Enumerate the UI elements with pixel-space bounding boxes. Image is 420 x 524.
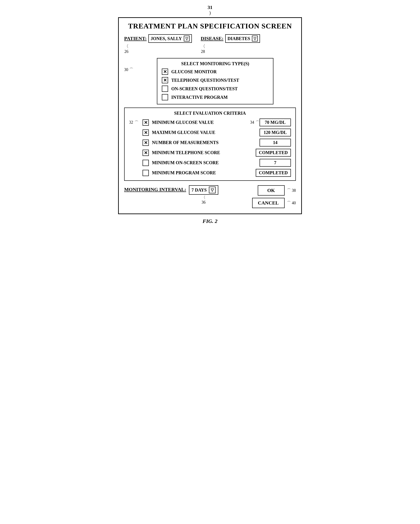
disease-dropdown[interactable]: DIABETES ▽ — [225, 34, 260, 43]
eval-checkbox-5[interactable] — [143, 170, 149, 176]
disease-label: DISEASE: — [201, 36, 223, 42]
patient-dropdown[interactable]: JONES, SALLY ▽ — [148, 34, 192, 43]
interval-value: 7 DAYS — [192, 188, 207, 193]
monitoring-section: 30 ⌒ SELECT MONITORING TYPE(S) GLUCOSE M… — [124, 58, 296, 105]
patient-group: PATIENT: JONES, SALLY ▽ — [124, 34, 192, 43]
monitoring-item-3: INTERACTIVE PROGRAM — [162, 94, 268, 100]
interval-ref-below: 〈 36 — [201, 195, 206, 205]
monitoring-ref-tilde: ⌒ — [129, 67, 133, 72]
interval-ref-curve: 〈 — [201, 195, 206, 200]
ok-button[interactable]: OK — [258, 185, 285, 196]
eval-text-0: MINIMUM GLUCOSE VALUE — [149, 120, 250, 125]
bottom-row: MONITORING INTERVAL: 7 DAYS ▽ 〈 36 OK — [124, 185, 296, 208]
patient-disease-row: PATIENT: JONES, SALLY ▽ 〈 26 DISEASE: DI… — [124, 34, 296, 54]
eval-ref-right-0: 34 ⌒ — [250, 120, 259, 125]
patient-ref-curve: 〈 — [124, 43, 129, 49]
monitoring-label-2: ON-SCREEN QUESTIONS/TEST — [171, 86, 238, 91]
ok-cancel-area: OK ⌒ 38 CANCEL ⌒ 40 — [252, 185, 296, 208]
monitoring-label-1: TELEPHONE QUESTIONS/TEST — [171, 78, 239, 83]
monitoring-interval-group: MONITORING INTERVAL: 7 DAYS ▽ 〈 36 — [124, 185, 218, 205]
ok-row: OK ⌒ 38 — [258, 185, 296, 196]
interval-dropdown: 7 DAYS ▽ 〈 36 — [189, 185, 219, 205]
eval-text-5: MINIMUM PROGRAM SCORE — [149, 170, 249, 175]
monitoring-checkbox-3[interactable] — [162, 94, 168, 100]
monitoring-interval-label: MONITORING INTERVAL: — [124, 185, 186, 192]
fig-caption: FIG. 2 — [203, 218, 218, 224]
eval-value-2: 14 — [259, 139, 291, 147]
monitoring-title: SELECT MONITORING TYPE(S) — [162, 61, 268, 66]
eval-checkbox-1[interactable] — [143, 130, 149, 136]
eval-value-5: COMPLETED — [256, 169, 291, 177]
monitoring-checkbox-1[interactable] — [162, 77, 168, 83]
eval-checkbox-0[interactable] — [143, 119, 149, 126]
eval-row-4: MINIMUM ON-SCREEN SCORE 34⌒ 7 — [129, 159, 291, 167]
eval-checkbox-4[interactable] — [143, 160, 149, 166]
interval-arrow[interactable]: ▽ — [209, 187, 216, 193]
patient-dropdown-arrow[interactable]: ▽ — [184, 36, 190, 42]
eval-ref-32: 32 — [129, 120, 133, 125]
interval-ref-number: 36 — [201, 200, 206, 205]
monitoring-ref-label: 30 ⌒ — [124, 59, 133, 72]
ok-ref: ⌒ 38 — [287, 188, 296, 193]
eval-text-2: NUMBER OF MEASUREMENTS — [149, 140, 252, 145]
ref-31-arrow: ) — [209, 10, 211, 16]
monitoring-box: SELECT MONITORING TYPE(S) GLUCOSE MONITO… — [157, 58, 273, 105]
monitoring-checkbox-0[interactable] — [162, 69, 168, 75]
cancel-button[interactable]: CANCEL — [252, 198, 285, 208]
ref-31: 31 — [207, 4, 213, 10]
monitoring-checkbox-2[interactable] — [162, 86, 168, 92]
eval-row-1: MAXIMUM GLUCOSE VALUE 34 ⌒ 120 MG/DL — [129, 129, 291, 136]
eval-value-1: 120 MG/DL — [259, 129, 291, 136]
eval-tilde-0: ⌒ — [134, 120, 139, 125]
disease-dropdown-arrow[interactable]: ▽ — [252, 36, 258, 42]
eval-text-3: MINIMUM TELEPHONE SCORE — [149, 150, 249, 155]
patient-ref-number: 26 — [124, 49, 128, 54]
monitoring-item-2: ON-SCREEN QUESTIONS/TEST — [162, 86, 268, 92]
eval-row-3: MINIMUM TELEPHONE SCORE 34⌒ COMPLETED — [129, 149, 291, 157]
eval-text-1: MAXIMUM GLUCOSE VALUE — [149, 130, 250, 135]
page-wrapper: 31 ) TREATMENT PLAN SPECIFICATION SCREEN… — [118, 4, 302, 224]
eval-section: SELECT EVALUATION CRITERIA 32 ⌒ MINIMUM … — [124, 107, 296, 181]
top-reference: 31 ) — [207, 4, 213, 16]
screen-title: TREATMENT PLAN SPECIFICATION SCREEN — [124, 22, 296, 30]
eval-value-4: 7 — [259, 159, 291, 167]
monitoring-item-0: GLUCOSE MONITOR — [162, 69, 268, 75]
main-screen-box: TREATMENT PLAN SPECIFICATION SCREEN PATI… — [118, 17, 302, 214]
monitoring-label-0: GLUCOSE MONITOR — [171, 69, 216, 74]
monitoring-ref-number: 30 — [124, 67, 128, 72]
patient-ref-below: 〈 26 — [124, 43, 129, 54]
eval-tilde-right-0: ⌒ — [256, 120, 259, 125]
eval-checkbox-2[interactable] — [143, 140, 149, 146]
disease-group: DISEASE: DIABETES ▽ — [201, 34, 260, 43]
monitoring-items-list: GLUCOSE MONITOR TELEPHONE QUESTIONS/TEST… — [162, 69, 268, 100]
eval-title: SELECT EVALUATION CRITERIA — [129, 111, 291, 116]
cancel-row: CANCEL ⌒ 40 — [252, 198, 296, 208]
eval-row-5: MINIMUM PROGRAM SCORE 34⌒ COMPLETED — [129, 169, 291, 177]
eval-row-2: NUMBER OF MEASUREMENTS 34⌒ 14 — [129, 139, 291, 147]
eval-ref-34: 34 — [250, 120, 254, 125]
interval-box[interactable]: 7 DAYS ▽ — [189, 185, 219, 195]
disease-ref-below: 〈 28 — [201, 43, 205, 54]
cancel-ref: ⌒ 40 — [287, 200, 296, 206]
monitoring-item-1: TELEPHONE QUESTIONS/TEST — [162, 77, 268, 83]
patient-label: PATIENT: — [124, 36, 147, 42]
eval-row-0: 32 ⌒ MINIMUM GLUCOSE VALUE 34 ⌒ 70 MG/DL — [129, 119, 291, 126]
eval-ref-area-0: 32 ⌒ — [129, 120, 143, 125]
monitoring-label-3: INTERACTIVE PROGRAM — [171, 95, 228, 100]
disease-value: DIABETES — [227, 36, 250, 41]
disease-ref-number: 28 — [201, 49, 205, 54]
eval-checkbox-3[interactable] — [143, 150, 149, 156]
patient-value: JONES, SALLY — [151, 36, 182, 41]
eval-text-4: MINIMUM ON-SCREEN SCORE — [149, 160, 252, 165]
eval-value-0: 70 MG/DL — [259, 119, 291, 126]
disease-ref-curve: 〈 — [201, 43, 205, 49]
eval-value-3: COMPLETED — [256, 149, 291, 157]
